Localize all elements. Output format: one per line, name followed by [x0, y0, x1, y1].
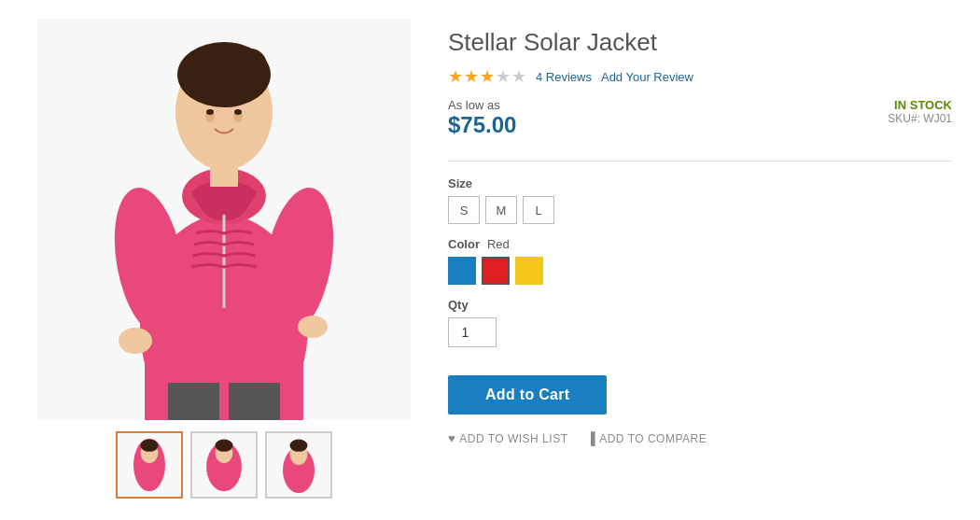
color-swatch-red[interactable]	[482, 257, 510, 285]
stock-sku: IN STOCK SKU#: WJ01	[888, 98, 952, 125]
product-price: $75.00	[448, 112, 516, 138]
color-option-group: Color Red	[448, 237, 952, 285]
divider	[448, 161, 952, 162]
star-rating: ★ ★ ★ ★ ★	[448, 66, 526, 87]
thumbnail-row	[116, 431, 332, 499]
size-option-group: Size S M L	[448, 176, 952, 224]
size-label: Size	[448, 176, 952, 190]
add-to-cart-button[interactable]: Add to Cart	[448, 375, 607, 415]
star-1: ★	[448, 66, 463, 87]
svg-point-12	[206, 109, 214, 115]
color-label-row: Color Red	[448, 237, 952, 251]
page-wrapper: Stellar Solar Jacket ★ ★ ★ ★ ★ 4 Reviews…	[0, 0, 980, 520]
qty-option-group: Qty	[448, 298, 952, 362]
heart-icon: ♥	[448, 431, 455, 445]
svg-point-9	[233, 49, 267, 82]
rating-row: ★ ★ ★ ★ ★ 4 Reviews Add Your Review	[448, 66, 952, 87]
star-5: ★	[511, 66, 526, 87]
add-to-compare-link[interactable]: ▐ ADD TO COMPARE	[586, 431, 707, 445]
reviews-link[interactable]: 4 Reviews	[536, 70, 592, 84]
color-swatch-blue[interactable]	[448, 257, 476, 285]
thumbnail-2[interactable]	[190, 431, 258, 499]
sku-info: SKU#: WJ01	[888, 112, 952, 125]
product-images	[28, 19, 420, 499]
main-product-image	[37, 19, 411, 420]
color-label: Color	[448, 237, 480, 251]
thumbnail-1[interactable]	[116, 431, 183, 499]
stock-status: IN STOCK	[888, 98, 952, 112]
star-4: ★	[496, 66, 511, 87]
as-low-as-label: As low as	[448, 98, 516, 112]
star-2: ★	[464, 66, 479, 87]
compare-icon: ▐	[586, 431, 595, 445]
svg-point-22	[141, 440, 159, 452]
product-title: Stellar Solar Jacket	[448, 28, 952, 57]
thumbnail-3[interactable]	[265, 431, 332, 499]
svg-point-30	[290, 440, 308, 452]
svg-point-26	[216, 440, 233, 452]
color-swatch-yellow[interactable]	[515, 257, 543, 285]
size-options: S M L	[448, 196, 952, 224]
color-swatches	[448, 257, 952, 285]
size-btn-s[interactable]: S	[448, 196, 480, 224]
size-btn-m[interactable]: M	[485, 196, 517, 224]
svg-point-13	[234, 109, 242, 115]
svg-rect-16	[229, 383, 280, 420]
sku-value: WJ01	[923, 112, 952, 125]
sku-label: SKU#:	[888, 112, 920, 125]
svg-point-17	[119, 328, 152, 354]
color-selected-name: Red	[487, 237, 510, 251]
product-info: Stellar Solar Jacket ★ ★ ★ ★ ★ 4 Reviews…	[448, 19, 952, 445]
svg-point-18	[298, 316, 328, 338]
add-review-link[interactable]: Add Your Review	[601, 70, 693, 84]
qty-input[interactable]	[448, 317, 497, 347]
size-btn-l[interactable]: L	[523, 196, 554, 224]
wishlist-label: ADD TO WISH LIST	[459, 432, 567, 445]
qty-label: Qty	[448, 298, 952, 312]
price-section: As low as $75.00	[448, 98, 516, 138]
compare-label: ADD TO COMPARE	[599, 432, 707, 445]
add-to-wishlist-link[interactable]: ♥ ADD TO WISH LIST	[448, 431, 567, 445]
star-3: ★	[480, 66, 495, 87]
wishlist-compare: ♥ ADD TO WISH LIST ▐ ADD TO COMPARE	[448, 431, 952, 445]
svg-rect-15	[168, 383, 219, 420]
svg-rect-14	[210, 159, 238, 187]
